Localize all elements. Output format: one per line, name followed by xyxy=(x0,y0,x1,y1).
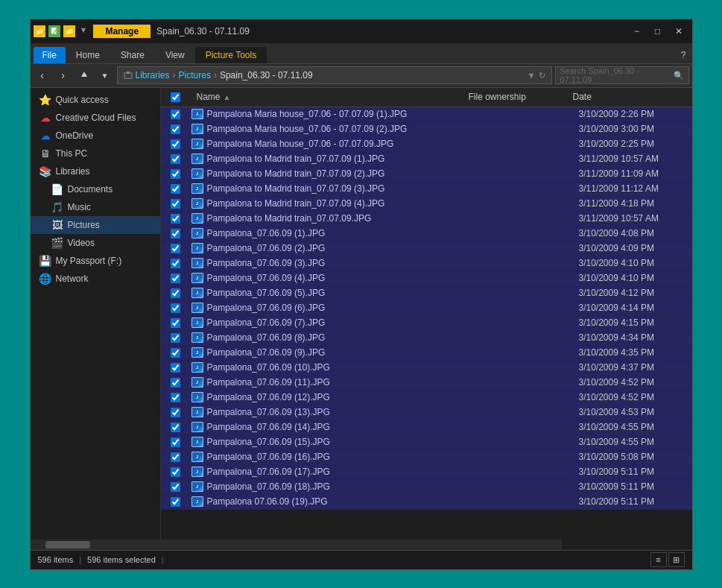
col-header-name[interactable]: Name ▲ xyxy=(191,92,463,102)
row-checkbox[interactable] xyxy=(171,139,180,149)
row-checkbox[interactable] xyxy=(171,184,180,194)
row-checkbox[interactable] xyxy=(171,482,180,492)
maximize-button[interactable]: □ xyxy=(647,24,668,39)
breadcrumb-current[interactable]: Spain_06.30 - 07.11.09 xyxy=(220,70,313,80)
search-box[interactable]: Search Spain_06.30 - 07.11.09 🔍 xyxy=(555,66,689,84)
table-row[interactable]: J Pampalona_07.06.09 (5).JPG 3/10/2009 4… xyxy=(161,286,692,301)
table-row[interactable]: J Pampalona_07.06.09 (18).JPG 3/10/2009 … xyxy=(161,480,692,495)
select-all-checkbox[interactable] xyxy=(171,92,180,102)
minimize-button[interactable]: − xyxy=(627,24,647,39)
up-button[interactable] xyxy=(75,66,93,84)
row-checkbox[interactable] xyxy=(171,169,180,179)
sidebar-item-creative-cloud[interactable]: ☁ Creative Cloud Files xyxy=(31,109,160,127)
row-checkbox[interactable] xyxy=(171,408,180,417)
tab-view[interactable]: View xyxy=(155,47,195,63)
title-bar-chevron[interactable]: ▼ xyxy=(80,25,88,37)
table-row[interactable]: J Pampalona_07.06.09 (17).JPG 3/10/2009 … xyxy=(161,465,692,480)
table-row[interactable]: J Pampalona Maria house_07.06 - 07.07.09… xyxy=(161,107,692,122)
row-checkbox[interactable] xyxy=(171,348,180,358)
table-row[interactable]: J Pampalona_07.06.09 (11).JPG 3/10/2009 … xyxy=(161,376,692,391)
table-row[interactable]: J Pampalona to Madrid train_07.07.09.JPG… xyxy=(161,212,692,227)
table-row[interactable]: J Pampalona_07.06.09 (7).JPG 3/10/2009 4… xyxy=(161,316,692,331)
sidebar-item-onedrive[interactable]: ☁ OneDrive xyxy=(31,127,160,145)
table-row[interactable]: J Pampalona_07.06.09 (8).JPG 3/10/2009 4… xyxy=(161,331,692,346)
back-button[interactable]: ‹ xyxy=(34,66,51,84)
table-row[interactable]: J Pampalona_07.06.09 (9).JPG 3/10/2009 4… xyxy=(161,346,692,361)
horizontal-scrollbar[interactable] xyxy=(31,540,562,550)
tab-picture-tools[interactable]: Picture Tools xyxy=(195,47,267,63)
table-row[interactable]: J Pampalona_07.06.09 (2).JPG 3/10/2009 4… xyxy=(161,241,692,256)
table-row[interactable]: J Pampalona_07.06.09 (12).JPG 3/10/2009 … xyxy=(161,391,692,405)
tab-file[interactable]: File xyxy=(34,47,66,63)
table-row[interactable]: J Pampalona Maria house_07.06 - 07.07.09… xyxy=(161,122,692,137)
forward-button[interactable]: › xyxy=(54,66,72,84)
row-checkbox[interactable] xyxy=(171,318,180,328)
row-checkbox[interactable] xyxy=(171,497,180,507)
sidebar-item-this-pc[interactable]: 🖥 This PC xyxy=(31,145,160,162)
table-row[interactable]: J Pampalona_07.06.09 (1).JPG 3/10/2009 4… xyxy=(161,227,692,241)
recent-locations-button[interactable]: ▼ xyxy=(96,66,114,84)
tab-home[interactable]: Home xyxy=(66,47,110,63)
row-checkbox[interactable] xyxy=(171,303,180,313)
tab-share[interactable]: Share xyxy=(110,47,155,63)
table-row[interactable]: J Pampalona_07.06.09 (15).JPG 3/10/2009 … xyxy=(161,435,692,450)
search-icon[interactable]: 🔍 xyxy=(674,71,684,80)
breadcrumb[interactable]: Libraries › Pictures › Spain_06.30 - 07.… xyxy=(117,66,552,84)
row-checkbox[interactable] xyxy=(171,423,180,432)
table-row[interactable]: J Pampalona_07.06.09 (6).JPG 3/10/2009 4… xyxy=(161,301,692,316)
table-row[interactable]: J Pampalona 07.06.09 (19).JPG 3/10/2009 … xyxy=(161,495,692,510)
sidebar-item-music[interactable]: 🎵 Music xyxy=(31,198,160,216)
manage-tab[interactable]: Manage xyxy=(93,25,151,38)
close-button[interactable]: ✕ xyxy=(668,24,689,39)
sidebar-item-quick-access[interactable]: ⭐ Quick access xyxy=(31,91,160,109)
row-checkbox[interactable] xyxy=(171,333,180,343)
row-checkbox[interactable] xyxy=(171,378,180,388)
table-row[interactable]: J Pampalona_07.06.09 (10).JPG 3/10/2009 … xyxy=(161,361,692,376)
table-row[interactable]: J Pampalona_07.06.09 (16).JPG 3/10/2009 … xyxy=(161,450,692,465)
refresh-button[interactable]: ↻ xyxy=(539,71,545,80)
table-row[interactable]: J Pampalona to Madrid train_07.07.09 (2)… xyxy=(161,167,692,182)
view-tiles-button[interactable]: ⊞ xyxy=(668,552,685,567)
row-checkbox[interactable] xyxy=(171,110,180,119)
row-checkbox[interactable] xyxy=(171,437,180,447)
row-checkbox[interactable] xyxy=(171,452,180,462)
file-date: 3/10/2009 2:26 PM xyxy=(573,109,692,119)
breadcrumb-dropdown[interactable]: ▼ xyxy=(528,71,536,80)
sidebar-item-documents[interactable]: 📄 Documents xyxy=(31,180,160,198)
sidebar-item-my-passport[interactable]: 💾 My Passport (F:) xyxy=(31,252,160,270)
table-row[interactable]: J Pampalona_07.06.09 (4).JPG 3/10/2009 4… xyxy=(161,271,692,286)
breadcrumb-libraries[interactable]: Libraries xyxy=(136,70,170,80)
row-checkbox[interactable] xyxy=(171,259,180,268)
view-details-button[interactable]: ≡ xyxy=(650,552,667,567)
help-button[interactable]: ? xyxy=(675,47,692,63)
sidebar-item-pictures[interactable]: 🖼 Pictures xyxy=(31,216,160,234)
table-row[interactable]: J Pampalona to Madrid train_07.07.09 (4)… xyxy=(161,197,692,212)
row-checkbox[interactable] xyxy=(171,124,180,134)
table-row[interactable]: J Pampalona_07.06.09 (3).JPG 3/10/2009 4… xyxy=(161,256,692,271)
table-row[interactable]: J Pampalona to Madrid train_07.07.09 (1)… xyxy=(161,152,692,167)
row-checkbox[interactable] xyxy=(171,229,180,238)
row-checkbox[interactable] xyxy=(171,244,180,253)
table-row[interactable]: J Pampalona to Madrid train_07.07.09 (3)… xyxy=(161,182,692,197)
row-checkbox[interactable] xyxy=(171,288,180,298)
row-checkbox[interactable] xyxy=(171,393,180,402)
row-checkbox[interactable] xyxy=(171,154,180,164)
file-list[interactable]: J Pampalona Maria house_07.06 - 07.07.09… xyxy=(161,107,692,540)
sidebar-item-libraries[interactable]: 📚 Libraries xyxy=(31,162,160,180)
title-bar-path: Manage Spain_06.30 - 07.11.09 xyxy=(93,25,626,38)
row-checkbox[interactable] xyxy=(171,467,180,477)
col-header-ownership[interactable]: File ownership xyxy=(463,92,567,102)
horiz-scroll-thumb[interactable] xyxy=(45,541,90,549)
table-row[interactable]: J Pampalona_07.06.09 (13).JPG 3/10/2009 … xyxy=(161,405,692,420)
sidebar-item-videos[interactable]: 🎬 Videos xyxy=(31,234,160,252)
table-row[interactable]: J Pampalona_07.06.09 (14).JPG 3/10/2009 … xyxy=(161,420,692,435)
sidebar-item-network[interactable]: 🌐 Network xyxy=(31,270,160,288)
row-checkbox[interactable] xyxy=(171,363,180,373)
breadcrumb-pictures[interactable]: Pictures xyxy=(179,70,211,80)
jpg-icon: J xyxy=(191,109,203,119)
row-checkbox[interactable] xyxy=(171,199,180,209)
row-checkbox[interactable] xyxy=(171,214,180,224)
row-checkbox[interactable] xyxy=(171,274,180,283)
table-row[interactable]: J Pampalona Maria house_07.06 - 07.07.09… xyxy=(161,137,692,152)
col-header-date[interactable]: Date xyxy=(567,92,686,102)
